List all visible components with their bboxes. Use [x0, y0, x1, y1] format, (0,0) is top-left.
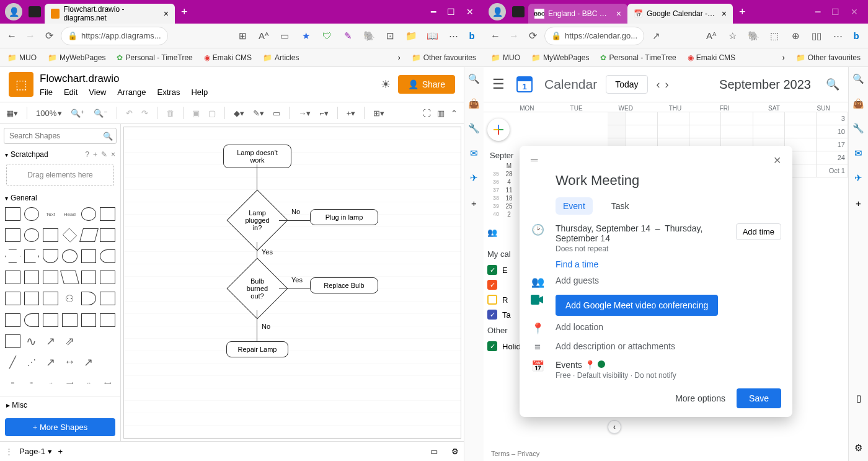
shape[interactable]	[43, 292, 58, 305]
other-favourites[interactable]: 📁Other favourites	[412, 53, 476, 62]
scratchpad-dropzone[interactable]: Drag elements here	[6, 164, 114, 186]
new-tab-button[interactable]: +	[181, 6, 188, 19]
shape-dhline[interactable]: ┅	[24, 377, 40, 390]
add-meet-button[interactable]: Add Google Meet video conferencing	[556, 295, 718, 316]
translate-icon[interactable]: ▭	[278, 29, 291, 43]
shadow-icon[interactable]: ▭	[273, 109, 280, 118]
visibility-text[interactable]: Free · Default visibility · Do not notif…	[556, 371, 676, 380]
forward-icon[interactable]: →	[24, 29, 37, 43]
shape[interactable]: →	[43, 377, 58, 390]
shape[interactable]	[81, 249, 97, 263]
waypoint-icon[interactable]: ⌐▾	[319, 109, 329, 118]
shape-arrow2[interactable]: ⇗	[62, 334, 78, 348]
shape[interactable]	[100, 334, 115, 348]
shape[interactable]	[5, 228, 20, 242]
create-event-button[interactable]	[487, 119, 510, 141]
collapse-icon[interactable]: ⌃	[451, 109, 458, 118]
back-icon[interactable]: ←	[489, 29, 502, 43]
shape[interactable]	[60, 271, 79, 284]
event-title-input[interactable]: Work Meeting	[556, 172, 781, 189]
shape[interactable]	[24, 313, 40, 327]
to-back-icon[interactable]: ▢	[208, 109, 216, 118]
add-icon[interactable]: +▾	[347, 109, 356, 118]
elephant-icon[interactable]: 🐘	[362, 29, 376, 43]
connection-icon[interactable]: →▾	[298, 109, 311, 118]
shape[interactable]: ↔	[62, 356, 78, 369]
close-icon[interactable]: ✕	[466, 7, 474, 17]
maximize-icon[interactable]: ☐	[831, 7, 839, 17]
shape-rounded[interactable]	[24, 207, 40, 221]
shape[interactable]	[24, 292, 40, 305]
more-menu-icon[interactable]: ⋯	[446, 29, 460, 43]
shape[interactable]	[5, 271, 20, 284]
rail-search-icon[interactable]: 🔍	[852, 72, 866, 86]
rail-tools-icon[interactable]: 🔧	[852, 122, 866, 135]
more-menu-icon[interactable]: ⋯	[831, 29, 844, 43]
shape-rect[interactable]	[5, 207, 20, 221]
text-size-icon[interactable]: Aᴬ	[704, 29, 718, 43]
collapse-general-icon[interactable]: ▾	[5, 195, 8, 202]
shape[interactable]	[24, 249, 40, 263]
scratchpad-add-icon[interactable]: +	[93, 150, 97, 159]
shape[interactable]	[43, 228, 58, 242]
add-page-icon[interactable]: +	[58, 447, 63, 456]
today-button[interactable]: Today	[606, 75, 647, 94]
shape[interactable]: ↗	[81, 356, 97, 369]
rail-settings-icon[interactable]: ⚙	[852, 441, 866, 455]
shape-actor[interactable]: ⚇	[62, 292, 78, 305]
add-description-input[interactable]: Add description or attachments	[556, 341, 675, 351]
scratchpad-close-icon[interactable]: ×	[111, 150, 115, 159]
drag-handle-icon[interactable]: ═	[531, 154, 538, 166]
tab-close-icon[interactable]: ×	[164, 9, 169, 19]
scratchpad-edit-icon[interactable]: ✎	[101, 150, 107, 159]
color-dot-icon[interactable]	[598, 360, 605, 368]
open-external-icon[interactable]: ↗	[649, 29, 663, 43]
rail-search-icon[interactable]: 🔍	[467, 72, 481, 86]
scratchpad-help-icon[interactable]: ?	[85, 150, 89, 159]
grid-icon[interactable]: ⊞	[236, 29, 249, 43]
people-search-icon[interactable]: 👥	[487, 228, 497, 237]
to-front-icon[interactable]: ▣	[192, 109, 200, 118]
rail-send-icon[interactable]: ✈	[467, 171, 481, 185]
shape-heading[interactable]: Head	[62, 207, 78, 221]
bookmark-overflow-icon[interactable]: ›	[398, 53, 401, 62]
star-icon[interactable]: ☆	[725, 29, 739, 43]
rail-send-icon[interactable]: ✈	[852, 171, 866, 185]
rail-tools-icon[interactable]: 🔧	[467, 122, 481, 135]
prev-month-icon[interactable]: ‹	[657, 78, 660, 91]
rail-add-icon[interactable]: +	[467, 196, 481, 210]
rail-shopping-icon[interactable]: 👜	[852, 97, 866, 110]
fullscreen-icon[interactable]: ⛶	[423, 109, 431, 118]
repeat-text[interactable]: Does not repeat	[556, 244, 725, 253]
bookmark-timetree[interactable]: ✿Personal - TimeTree	[600, 53, 676, 62]
save-button[interactable]: Save	[737, 388, 781, 408]
flowchart-node-replace[interactable]: Replace Bulb	[310, 277, 378, 293]
bing-icon[interactable]: b	[849, 29, 863, 43]
menu-edit[interactable]: Edit	[64, 87, 78, 97]
browser-tab-drawio[interactable]: Flowchart.drawio - diagrams.net ×	[45, 4, 175, 24]
other-favourites[interactable]: 📁Other favourites	[796, 53, 861, 62]
reading-list-icon[interactable]: 📖	[425, 29, 439, 43]
menu-view[interactable]: View	[89, 87, 106, 97]
bookmark-muo[interactable]: 📁MUO	[7, 53, 37, 62]
drawio-canvas[interactable]: Lamp doesn't work Lamp plugged in? No Pl…	[123, 127, 461, 439]
shape[interactable]	[100, 228, 115, 242]
minimize-icon[interactable]: ━	[431, 7, 436, 17]
back-icon[interactable]: ←	[5, 29, 19, 43]
search-shapes-input[interactable]	[4, 128, 117, 144]
bookmark-articles[interactable]: 📁Articles	[263, 53, 299, 62]
bookmark-muo[interactable]: 📁MUO	[491, 53, 520, 62]
shape[interactable]	[100, 313, 115, 327]
share-button[interactable]: 👤 Share	[398, 75, 455, 94]
close-popup-icon[interactable]: ✕	[773, 154, 781, 166]
elephant-icon[interactable]: 🐘	[746, 29, 760, 43]
flowchart-node-plugin[interactable]: Plug in lamp	[310, 209, 378, 225]
add-time-button[interactable]: Add time	[736, 223, 781, 240]
search-icon[interactable]: 🔍	[826, 78, 839, 91]
shape[interactable]	[5, 313, 20, 327]
layout-dropdown[interactable]: ▦▾	[6, 109, 18, 118]
maximize-icon[interactable]: ☐	[447, 7, 455, 17]
shape[interactable]	[79, 228, 99, 242]
browser-tab-calendar[interactable]: 📅 Google Calendar - Sept ×	[627, 4, 733, 24]
minimize-icon[interactable]: ━	[815, 7, 820, 17]
